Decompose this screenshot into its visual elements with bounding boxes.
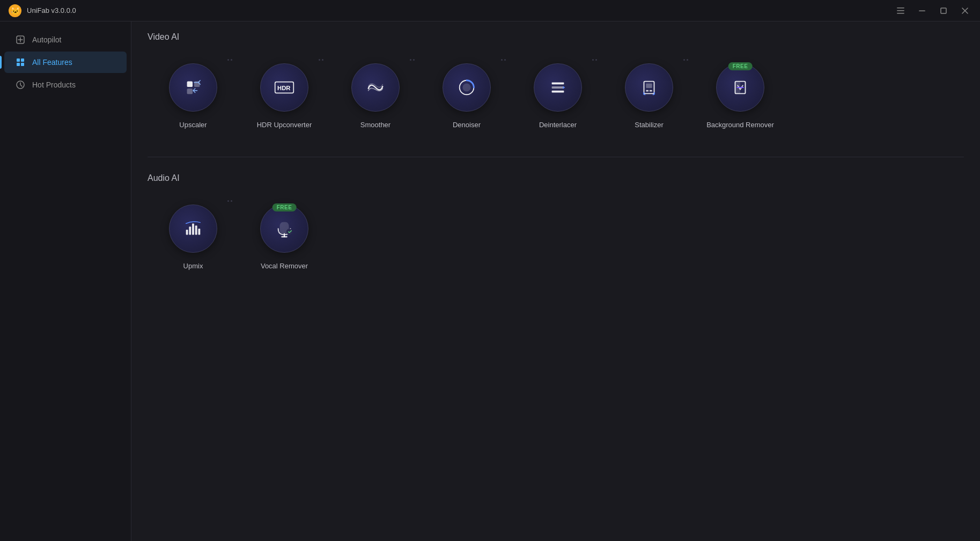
sidebar-item-autopilot-label: Autopilot xyxy=(32,35,61,44)
app-icon: 🐱 xyxy=(9,4,21,17)
svg-rect-26 xyxy=(646,90,649,92)
upscaler-icon-bg xyxy=(169,63,217,112)
app-title: UniFab v3.0.0.0 xyxy=(27,6,76,14)
main-layout: Autopilot All Features Hot Products xyxy=(0,21,980,541)
minimize-button[interactable] xyxy=(916,4,929,17)
denoiser-label: Denoiser xyxy=(453,120,481,130)
feature-card-hdr[interactable]: HDR HDR Upconverter xyxy=(239,53,330,141)
deinterlacer-dots xyxy=(592,59,597,61)
feature-card-background-remover[interactable]: FREE Background Remover xyxy=(695,53,786,141)
svg-rect-0 xyxy=(897,8,904,9)
clock-icon xyxy=(15,79,26,90)
upmix-label: Upmix xyxy=(183,261,203,271)
feature-card-upmix[interactable]: Upmix xyxy=(148,194,239,282)
upscaler-dots xyxy=(227,59,232,61)
svg-rect-32 xyxy=(189,226,191,235)
background-remover-free-badge: FREE xyxy=(728,62,753,70)
stabilizer-icon-bg xyxy=(625,63,673,112)
smoother-label: Smoother xyxy=(360,120,390,130)
denoiser-icon-bg xyxy=(443,63,491,112)
svg-rect-2 xyxy=(897,13,904,14)
svg-rect-10 xyxy=(17,63,20,66)
svg-rect-8 xyxy=(17,59,20,62)
svg-rect-1 xyxy=(897,10,904,11)
vocal-remover-icon-wrapper: FREE xyxy=(260,204,308,253)
svg-rect-21 xyxy=(552,86,564,89)
feature-card-denoiser[interactable]: Denoiser xyxy=(421,53,512,141)
vocal-remover-free-badge: FREE xyxy=(272,203,297,211)
stabilizer-label: Stabilizer xyxy=(635,120,663,130)
svg-rect-9 xyxy=(21,59,24,62)
denoiser-icon-wrapper xyxy=(443,63,491,112)
sidebar-item-all-features-label: All Features xyxy=(32,58,72,67)
audio-ai-features-grid: Upmix FREE xyxy=(148,194,964,282)
smoother-icon-bg xyxy=(351,63,400,112)
vocal-remover-label: Vocal Remover xyxy=(261,261,308,271)
title-bar-controls xyxy=(894,4,971,17)
svg-rect-13 xyxy=(187,82,193,87)
svg-rect-4 xyxy=(941,8,946,13)
deinterlacer-icon-wrapper xyxy=(534,63,582,112)
vocal-remover-icon-bg xyxy=(260,204,308,253)
menu-button[interactable] xyxy=(894,4,907,17)
hdr-icon-wrapper: HDR xyxy=(260,63,308,112)
svg-rect-33 xyxy=(192,224,194,235)
sidebar: Autopilot All Features Hot Products xyxy=(0,21,131,541)
hdr-dots xyxy=(319,59,323,61)
feature-card-vocal-remover[interactable]: FREE Vocal Remover xyxy=(239,194,330,282)
hdr-icon-bg: HDR xyxy=(260,63,308,112)
background-remover-icon-bg xyxy=(716,63,764,112)
svg-rect-3 xyxy=(919,10,925,11)
stabilizer-dots xyxy=(683,59,688,61)
sidebar-item-all-features[interactable]: All Features xyxy=(4,52,127,73)
svg-point-36 xyxy=(286,229,292,235)
hdr-label: HDR Upconverter xyxy=(257,120,312,130)
svg-rect-27 xyxy=(650,90,652,92)
background-remover-icon-wrapper: FREE xyxy=(716,63,764,112)
svg-rect-35 xyxy=(198,229,201,235)
autopilot-icon xyxy=(15,34,26,45)
grid-icon xyxy=(15,57,26,68)
denoiser-dots xyxy=(501,59,506,61)
deinterlacer-label: Deinterlacer xyxy=(539,120,577,130)
upscaler-icon-wrapper xyxy=(169,63,217,112)
svg-rect-20 xyxy=(552,83,564,85)
svg-rect-34 xyxy=(195,225,197,235)
sidebar-item-autopilot[interactable]: Autopilot xyxy=(4,29,127,50)
deinterlacer-icon-bg xyxy=(534,63,582,112)
section-divider xyxy=(148,157,964,157)
feature-card-smoother[interactable]: Smoother xyxy=(330,53,421,141)
title-bar: 🐱 UniFab v3.0.0.0 xyxy=(0,0,980,21)
content-area: Video AI xyxy=(131,21,980,541)
upmix-icon-wrapper xyxy=(169,204,217,253)
smoother-icon-wrapper xyxy=(351,63,400,112)
feature-card-deinterlacer[interactable]: Deinterlacer xyxy=(512,53,603,141)
video-ai-title: Video AI xyxy=(148,32,964,42)
svg-marker-23 xyxy=(563,86,565,89)
svg-rect-31 xyxy=(186,230,188,235)
svg-rect-15 xyxy=(187,89,193,94)
svg-rect-11 xyxy=(21,63,24,66)
close-button[interactable] xyxy=(959,4,971,17)
sidebar-item-hot-products[interactable]: Hot Products xyxy=(4,74,127,96)
stabilizer-icon-wrapper xyxy=(625,63,673,112)
maximize-button[interactable] xyxy=(937,4,950,17)
video-ai-features-grid: Upscaler HDR HDR xyxy=(148,53,964,141)
audio-ai-title: Audio AI xyxy=(148,173,964,183)
upmix-icon-bg xyxy=(169,204,217,253)
svg-text:HDR: HDR xyxy=(277,85,290,91)
audio-ai-section: Audio AI xyxy=(148,173,964,282)
title-bar-left: 🐱 UniFab v3.0.0.0 xyxy=(9,4,76,17)
feature-card-stabilizer[interactable]: Stabilizer xyxy=(603,53,695,141)
background-remover-label: Background Remover xyxy=(706,120,774,130)
upmix-dots xyxy=(227,200,232,202)
svg-rect-25 xyxy=(646,83,652,88)
svg-rect-22 xyxy=(552,91,564,93)
svg-point-19 xyxy=(462,83,470,91)
sidebar-item-hot-products-label: Hot Products xyxy=(32,81,76,89)
feature-card-upscaler[interactable]: Upscaler xyxy=(148,53,239,141)
smoother-dots xyxy=(410,59,415,61)
upscaler-label: Upscaler xyxy=(179,120,207,130)
video-ai-section: Video AI xyxy=(148,32,964,141)
